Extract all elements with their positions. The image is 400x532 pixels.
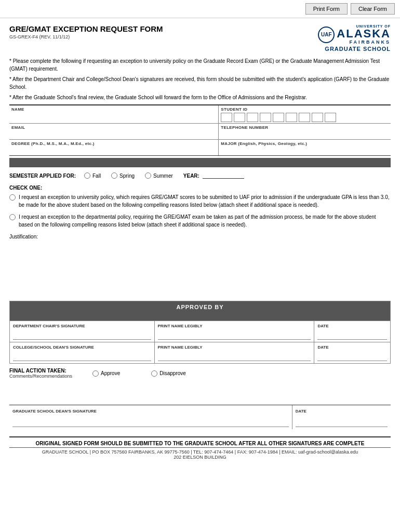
final-action-row: FINAL ACTION TAKEN: Comments/Recommendat… — [9, 364, 391, 381]
grad-date-cell: DATE — [292, 405, 391, 429]
id-box-5[interactable] — [273, 113, 284, 122]
uaf-logo: UAF UNIVERSITY OF ALASKA FAIRBANKS GRADU… — [308, 24, 391, 52]
instruction-2: * After the Department Chair and College… — [9, 75, 391, 91]
final-action-label: FINAL ACTION TAKEN: — [9, 368, 66, 374]
degree-cell: DEGREE (Ph.D., M.S., M.A., M.Ed., etc.) — [9, 140, 219, 155]
id-box-1[interactable] — [221, 113, 232, 122]
telephone-label: TELEPHONE NUMBER — [221, 125, 389, 130]
email-input[interactable] — [11, 131, 216, 137]
date-1-label: DATE — [317, 324, 328, 328]
dark-band — [9, 158, 391, 167]
toolbar: Print Form Clear Form — [0, 0, 400, 18]
semester-spring[interactable]: Spring — [111, 172, 135, 179]
id-box-7[interactable] — [299, 113, 310, 122]
exception-university-radio[interactable] — [9, 194, 16, 201]
college-dean-sig-label: COLLEGE/SCHOOL DEAN'S SIGNATURE — [13, 345, 94, 350]
semester-row: SEMESTER APPLIED FOR: Fall Spring Summer… — [9, 169, 391, 181]
major-label: MAJOR (English, Physics, Geology, etc.) — [221, 141, 389, 146]
semester-summer-label: Summer — [153, 173, 173, 179]
print-name-2-label: PRINT NAME LEGIBLY — [158, 345, 203, 350]
degree-major-row: DEGREE (Ph.D., M.S., M.A., M.Ed., etc.) … — [9, 139, 391, 156]
semester-radio-group: Fall Spring Summer — [84, 172, 173, 179]
email-phone-row: EMAIL TELEPHONE NUMBER — [9, 123, 391, 139]
form-subtitle: GS-GREX-F4 (REV. 11/1/12) — [9, 34, 163, 39]
major-cell: MAJOR (English, Physics, Geology, etc.) — [219, 140, 391, 155]
print-name-1-line — [158, 330, 311, 340]
grad-sig-line — [12, 417, 289, 427]
instruction-3: * After the Graduate School's final revi… — [9, 94, 391, 101]
date-1-cell: DATE — [314, 321, 391, 342]
semester-label: SEMESTER APPLIED FOR: — [9, 173, 76, 179]
id-box-6[interactable] — [286, 113, 297, 122]
comments-space — [9, 381, 391, 400]
footer-building: 202 EIELSON BUILDING — [9, 455, 391, 460]
dept-chair-sig-cell: DEPARTMENT CHAIR'S SIGNATURE — [10, 321, 155, 342]
semester-fall-radio[interactable] — [84, 172, 90, 179]
telephone-input[interactable] — [221, 131, 389, 137]
final-approve[interactable]: Approve — [92, 370, 120, 377]
uaf-icon: UAF — [318, 26, 335, 43]
name-input[interactable] — [11, 113, 216, 119]
date-2-label: DATE — [317, 345, 328, 350]
name-label: NAME — [11, 107, 216, 112]
approved-by-header: APPROVED BY — [10, 301, 391, 321]
grad-date-label: DATE — [296, 409, 306, 414]
student-id-boxes — [221, 113, 389, 122]
final-disapprove[interactable]: Disapprove — [151, 370, 186, 377]
college-dean-sig-line — [13, 352, 151, 361]
grad-sig-label: GRADUATE SCHOOL DEAN'S SIGNATURE — [12, 409, 97, 414]
id-box-9[interactable] — [325, 113, 336, 122]
id-box-4[interactable] — [260, 113, 271, 122]
disapprove-radio[interactable] — [151, 370, 157, 377]
exception-university-text: I request an exception to university pol… — [19, 193, 391, 209]
semester-spring-radio[interactable] — [111, 172, 117, 179]
header-row: GRE/GMAT EXCEPTION REQUEST FORM GS-GREX-… — [9, 24, 391, 52]
form-title: GRE/GMAT EXCEPTION REQUEST FORM — [9, 24, 163, 33]
telephone-cell: TELEPHONE NUMBER — [219, 124, 391, 139]
final-action-left: FINAL ACTION TAKEN: Comments/Recommendat… — [9, 368, 92, 379]
justification-space — [9, 242, 391, 294]
major-input[interactable] — [221, 148, 389, 153]
clear-button[interactable]: Clear Form — [351, 3, 395, 15]
dept-chair-sig-label: DEPARTMENT CHAIR'S SIGNATURE — [13, 324, 85, 328]
email-label: EMAIL — [11, 125, 216, 130]
check-option-2: I request an exception to the department… — [9, 213, 391, 229]
disapprove-label: Disapprove — [159, 370, 186, 376]
name-cell: NAME — [9, 105, 219, 123]
id-box-2[interactable] — [234, 113, 245, 122]
degree-input[interactable] — [11, 148, 216, 153]
print-button[interactable]: Print Form — [305, 3, 348, 15]
footer-bold-text: ORIGINAL SIGNED FORM SHOULD BE SUBMITTED… — [36, 441, 365, 446]
approved-by-table: APPROVED BY DEPARTMENT CHAIR'S SIGNATURE… — [9, 301, 391, 364]
footer-info-text: GRADUATE SCHOOL | PO BOX 757560 FAIRBANK… — [9, 449, 391, 455]
semester-fall-label: Fall — [92, 173, 101, 179]
grad-sig-cell: GRADUATE SCHOOL DEAN'S SIGNATURE — [9, 405, 292, 429]
date-2-line — [317, 352, 387, 361]
semester-spring-label: Spring — [119, 173, 135, 179]
approve-radio[interactable] — [92, 370, 99, 377]
year-input[interactable] — [203, 172, 244, 179]
semester-summer-radio[interactable] — [145, 172, 151, 179]
email-cell: EMAIL — [9, 124, 219, 139]
logo-area: UAF UNIVERSITY OF ALASKA FAIRBANKS GRADU… — [308, 24, 391, 52]
semester-fall[interactable]: Fall — [84, 172, 101, 179]
print-name-1-cell: PRINT NAME LEGIBLY — [154, 321, 314, 342]
exception-departmental-text: I request an exception to the department… — [19, 213, 391, 229]
semester-summer[interactable]: Summer — [145, 172, 173, 179]
id-box-8[interactable] — [312, 113, 323, 122]
date-1-line — [317, 330, 387, 340]
name-studentid-row: NAME STUDENT ID — [9, 104, 391, 123]
student-id-cell: STUDENT ID — [219, 105, 391, 123]
grad-dean-sig-row: GRADUATE SCHOOL DEAN'S SIGNATURE DATE — [9, 405, 391, 429]
comments-recommendations-label: Comments/Recommendations — [9, 374, 92, 379]
page-content: GRE/GMAT EXCEPTION REQUEST FORM GS-GREX-… — [0, 18, 400, 466]
approve-label: Approve — [101, 370, 120, 376]
form-header-left: GRE/GMAT EXCEPTION REQUEST FORM GS-GREX-… — [9, 24, 163, 39]
print-name-2-line — [158, 352, 311, 361]
college-dean-sig-cell: COLLEGE/SCHOOL DEAN'S SIGNATURE — [10, 342, 155, 364]
exception-departmental-radio[interactable] — [9, 214, 16, 220]
instruction-1: * Please complete the following if reque… — [9, 57, 391, 73]
footer-bold: ORIGINAL SIGNED FORM SHOULD BE SUBMITTED… — [9, 436, 391, 447]
id-box-3[interactable] — [247, 113, 258, 122]
footer-info: GRADUATE SCHOOL | PO BOX 757560 FAIRBANK… — [9, 447, 391, 461]
